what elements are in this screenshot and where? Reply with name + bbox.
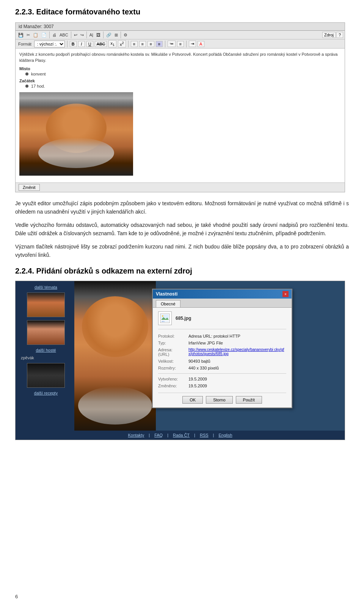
dialog-size-row: Velikost: 90493 bajtů [158, 359, 286, 363]
dialog-tabs: Obecné [153, 299, 292, 308]
use-button[interactable]: Použít [236, 396, 262, 404]
dimensions-value: 440 x 330 pixelů [188, 366, 219, 370]
toolbar-sep-1 [49, 31, 50, 38]
toolbar-icon-undo[interactable]: ↩ [73, 32, 78, 38]
align-left-button[interactable]: ≡ [131, 41, 138, 47]
toolbar-icon-copy[interactable]: 📋 [32, 32, 39, 38]
toolbar-icon-cut[interactable]: ✂ [25, 32, 31, 38]
footer-link-faq[interactable]: FAQ [154, 433, 163, 437]
dialog-modified-row: Změněno: 19.5.2009 [158, 384, 286, 388]
editor-titlebar: id Manažer: 3007 [16, 23, 345, 31]
page-number: 6 [15, 594, 18, 599]
editor-content-text: Výtěžek z koncertu podpoří probíhající o… [19, 52, 341, 63]
footer-sep-2: | [167, 433, 168, 437]
type-label: Typ: [158, 341, 188, 345]
created-label: Vytvořeno: [158, 377, 188, 381]
source-button[interactable]: Zdroj [322, 32, 336, 38]
dialog-filename: 685.jpg [176, 316, 191, 321]
toolbar-icon-1[interactable]: 💾 [17, 32, 25, 38]
bold-button[interactable]: B [70, 41, 77, 47]
underline-button[interactable]: U [86, 41, 93, 47]
format-sep-4 [186, 41, 187, 47]
list-ol-button[interactable]: ≔ [168, 41, 176, 47]
size-label: Velikost: [158, 359, 188, 363]
color-button[interactable]: A [198, 41, 204, 47]
list-ul-button[interactable]: ≡ [177, 41, 184, 47]
cancel-button[interactable]: Storno [206, 396, 232, 404]
dialog-buttons: OK Storno Použít [158, 393, 286, 404]
dialog-file-section: JPG 685.jpg [158, 311, 286, 329]
modified-value: 19.5.2009 [188, 384, 207, 388]
toolbar-icon-print[interactable]: 🖨 [51, 32, 58, 38]
align-center-button[interactable]: ≡ [139, 41, 146, 47]
footer-link-radact[interactable]: Rada ČT [173, 433, 190, 437]
webpage-sidebar: další témata další hosté zpěvák další re… [16, 281, 76, 440]
editor-start-label: Začátek [19, 79, 341, 83]
webpage-main-photo [74, 281, 156, 440]
svg-point-2 [162, 315, 163, 317]
dialog-divider [158, 373, 286, 374]
dialog-created-row: Vytvořeno: 19.5.2009 [158, 377, 286, 381]
toolbar-icon-spell[interactable]: ABC [58, 32, 69, 38]
tab-general[interactable]: Obecné [156, 300, 180, 307]
toolbar-icon-find[interactable]: A| [88, 32, 94, 38]
format-sep-2 [128, 41, 129, 47]
editor-place-item: konvent [25, 72, 341, 76]
toolbar-icon-link[interactable]: 🔗 [105, 32, 113, 38]
singer-label: zpěvák [21, 355, 34, 360]
superscript-button[interactable]: x2 [118, 40, 126, 47]
align-justify-button[interactable]: ≡ [156, 41, 163, 47]
subscript-button[interactable]: x1 [108, 40, 116, 47]
format-sep-1 [67, 41, 67, 47]
dialog-protocol-row: Protokol: Adresa URL: protokol HTTP [158, 334, 286, 338]
created-value: 19.5.2009 [188, 377, 207, 381]
align-right-button[interactable]: ≡ [147, 41, 154, 47]
section-title-223: 2.2.3. Editace formátovaného textu [15, 8, 349, 16]
editor-start-item: 17 hod. [25, 84, 341, 88]
toolbar-sep-4 [103, 31, 104, 38]
strikethrough-button[interactable]: ABC [95, 41, 107, 47]
ok-button[interactable]: OK [182, 396, 203, 404]
footer-link-english[interactable]: English [218, 433, 232, 437]
sidebar-link-2[interactable]: další hosté [36, 348, 56, 352]
body-paragraph-2: Vedle výchozího formátu odstavců, automa… [15, 221, 349, 238]
format-select[interactable]: : výchozí :. [34, 41, 65, 47]
address-value: http://www.ceskatelevize.cz/specialy/ban… [188, 348, 286, 357]
editor-place-label: Místo [19, 66, 341, 71]
dialog-type-row: Typ: IrfanView JPG File [158, 341, 286, 345]
italic-button[interactable]: I [78, 41, 85, 47]
footer-link-kontakty[interactable]: Kontakty [128, 433, 144, 437]
sidebar-thumb-2 [27, 320, 65, 345]
sidebar-thumb-3 [27, 363, 65, 388]
dialog-body: JPG 685.jpg Protokol: Adresa URL: protok… [153, 308, 292, 407]
thumb-2-img [27, 321, 64, 344]
sidebar-link-1[interactable]: další témata [35, 285, 57, 289]
dialog-close-button[interactable]: × [282, 291, 289, 297]
editor-content-area: Výtěžek z koncertu podpoří probíhající o… [16, 49, 345, 182]
zmenit-button[interactable]: Změnit [19, 184, 40, 191]
protocol-label: Protokol: [158, 334, 188, 338]
toolbar-icon-table[interactable]: ⊞ [113, 32, 119, 38]
section-title-224: 2.2.4. Přidání obrázků s odkazem na exte… [15, 267, 349, 275]
body-paragraph-1: Je využit editor umožňující zápis podobn… [15, 199, 349, 216]
sidebar-link-3[interactable]: další recepty [34, 391, 58, 395]
toolbar-icon-redo[interactable]: ↪ [79, 32, 85, 38]
thumb-1-img [27, 293, 64, 317]
footer-sep-3: | [194, 433, 195, 437]
protocol-value: Adresa URL: protokol HTTP [188, 334, 240, 338]
size-value: 90493 bajtů [188, 359, 210, 363]
thumb-3-img [27, 363, 64, 387]
toolbar-icon-paste[interactable]: 📄 [40, 32, 48, 38]
format-sep-3 [165, 41, 165, 47]
format-label: Formát [17, 41, 33, 47]
editor-photo [19, 92, 133, 176]
footer-link-rss[interactable]: RSS [200, 433, 209, 437]
dialog-title: Vlastnosti [156, 291, 177, 297]
help-button[interactable]: ? [336, 32, 343, 38]
webpage-screenshot: další témata další hosté zpěvák další re… [15, 281, 345, 440]
svg-text:JPG: JPG [162, 321, 165, 322]
toolbar-icon-more[interactable]: ⚙ [122, 32, 129, 38]
footer-sep-4: | [213, 433, 214, 437]
toolbar-icon-img[interactable]: 🖼 [95, 32, 102, 38]
indent-button[interactable]: ⇥ [189, 41, 196, 47]
